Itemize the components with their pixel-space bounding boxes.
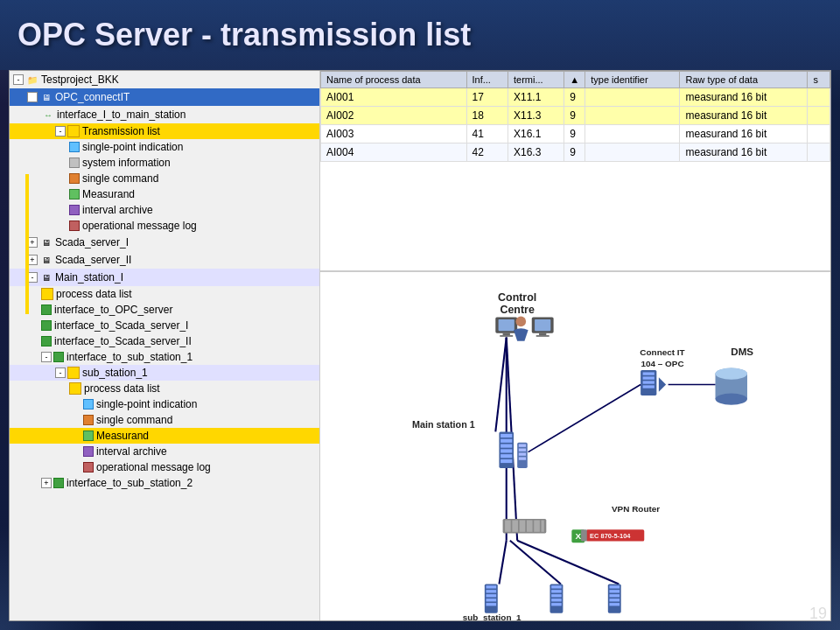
tree-item-iface-sub1[interactable]: - interface_to_sub_station_1 xyxy=(10,349,319,365)
cell-s xyxy=(808,88,830,107)
monitor-base xyxy=(500,335,513,337)
content-area: - 📁 Testproject_BKK - 🖥 OPC_connectIT ↔ … xyxy=(9,70,831,621)
tree-label-iface-opc: interface_to_OPC_server xyxy=(54,304,172,316)
tree-item-sub-station-1[interactable]: - sub_station_1 xyxy=(10,365,319,381)
tree-item-opc[interactable]: - 🖥 OPC_connectIT xyxy=(10,88,319,106)
dms-bottom xyxy=(716,393,747,404)
monitor2-stand xyxy=(539,333,546,335)
tree-label-op-log: operational message log xyxy=(82,220,197,232)
vpn-port5 xyxy=(534,521,540,532)
tree-item-scada-ii[interactable]: + 🖥 Scada_server_II xyxy=(10,251,319,269)
line-sub1a xyxy=(499,541,506,584)
right-panel: Name of process data Inf... termi... ▲ t… xyxy=(320,71,830,620)
table-row[interactable]: AI004 42 X16.3 9 measurand 16 bit xyxy=(321,144,830,162)
tree-item-single-cmd[interactable]: single command xyxy=(10,171,319,186)
tree-item-trans-list[interactable]: - Transmission list xyxy=(10,123,319,139)
scada-i-icon: 🖥 xyxy=(39,235,53,249)
server-slot2 xyxy=(643,376,654,379)
tree-item-interval-arch2[interactable]: interval archive xyxy=(10,444,319,459)
tree-item-interface-i[interactable]: ↔ interface_I_to_main_station xyxy=(10,106,319,123)
sub2-slot1 xyxy=(551,585,562,588)
expand-iface-sub1[interactable]: - xyxy=(41,352,52,362)
iface-scada-i-icon xyxy=(41,320,52,331)
sub-station-icon xyxy=(67,367,80,379)
main-slot6 xyxy=(500,459,512,463)
expand-testproject[interactable]: - xyxy=(13,74,24,85)
line-sub1b xyxy=(510,541,561,584)
cell-col3: 9 xyxy=(564,125,585,144)
line-1 xyxy=(495,338,506,432)
iface-sub2-icon xyxy=(53,478,64,488)
cell-inf: 41 xyxy=(466,125,508,144)
cell-term: X16.3 xyxy=(508,144,564,162)
tree-item-single-point[interactable]: single-point indication xyxy=(10,139,319,155)
tree-label-single-cmd: single command xyxy=(82,172,158,185)
small-slot2 xyxy=(519,448,526,451)
main-slot4 xyxy=(500,449,512,452)
vpn-port1 xyxy=(505,521,511,532)
expand-iface-sub2[interactable]: + xyxy=(41,478,52,488)
expand-opc[interactable]: - xyxy=(27,92,38,102)
x-text: X xyxy=(575,531,581,541)
cell-raw: measurand 16 bit xyxy=(680,88,808,107)
tree-item-scada-i[interactable]: + 🖥 Scada_server_I xyxy=(10,234,319,251)
vpn-port6 xyxy=(542,521,544,532)
tree-item-main-station[interactable]: - 🖥 Main_station_I xyxy=(10,269,319,286)
cell-name: AI004 xyxy=(321,144,467,162)
tree-item-system-info[interactable]: system information xyxy=(10,155,319,171)
cell-col3: 9 xyxy=(564,107,585,125)
cell-name: AI003 xyxy=(321,125,467,144)
tree-item-single-point2[interactable]: single-point indication xyxy=(10,396,319,412)
tree-item-proc-list2[interactable]: process data list xyxy=(10,381,319,396)
table-row[interactable]: AI002 18 X11.3 9 measurand 16 bit xyxy=(321,107,830,125)
monitor-stand xyxy=(503,333,510,335)
main-slot3 xyxy=(500,444,512,448)
tree-item-proc-list[interactable]: process data list xyxy=(10,286,319,302)
tree-item-iface-scada-i[interactable]: interface_to_Scada_server_I xyxy=(10,318,319,333)
tree-label-single-point2: single-point indication xyxy=(96,398,197,410)
tree-panel[interactable]: - 📁 Testproject_BKK - 🖥 OPC_connectIT ↔ … xyxy=(10,71,320,620)
sub2-slot3 xyxy=(551,594,562,597)
table-row[interactable]: AI001 17 X11.1 9 measurand 16 bit xyxy=(321,88,830,107)
tree-item-measurand[interactable]: Measurand xyxy=(10,186,319,202)
tree-item-op-log2[interactable]: operational message log xyxy=(10,459,319,475)
tree-item-testproject[interactable]: - 📁 Testproject_BKK xyxy=(10,71,319,88)
tree-item-measurand2[interactable]: Measurand xyxy=(10,428,319,444)
tree-item-iface-scada-ii[interactable]: interface_to_Scada_server_II xyxy=(10,333,319,349)
log2-icon xyxy=(83,462,94,472)
cell-raw: measurand 16 bit xyxy=(680,125,808,144)
control-centre-label2: Centre xyxy=(500,304,534,316)
person-body xyxy=(514,328,528,341)
col-header-sort[interactable]: ▲ xyxy=(564,72,585,88)
tree-label-measurand2: Measurand xyxy=(96,430,149,442)
tree-label-iface-scada-i: interface_to_Scada_server_I xyxy=(54,319,188,332)
measure-icon xyxy=(69,189,80,200)
col-header-name: Name of process data xyxy=(321,72,467,88)
monitor2-base xyxy=(536,335,550,337)
tree-item-op-log[interactable]: operational message log xyxy=(10,218,319,234)
tree-item-single-cmd2[interactable]: single command xyxy=(10,412,319,428)
sub1-slot4 xyxy=(486,598,497,601)
vpn-port4 xyxy=(527,521,533,532)
tree-item-interval-archive[interactable]: interval archive xyxy=(10,202,319,218)
tree-label-interface-i: interface_I_to_main_station xyxy=(57,108,186,121)
table-row[interactable]: AI003 41 X16.1 9 measurand 16 bit xyxy=(321,125,830,144)
tree-item-iface-opc[interactable]: interface_to_OPC_server xyxy=(10,302,319,318)
tree-label-iface-sub2: interface_to_sub_station_2 xyxy=(66,477,192,489)
folder-icon: 📁 xyxy=(25,73,39,87)
expand-trans-list[interactable]: - xyxy=(55,126,66,136)
cmd-icon xyxy=(69,173,80,184)
vpn-port2 xyxy=(512,521,518,532)
small-slot1 xyxy=(519,444,526,447)
connect-it-label2: 104 – OPC xyxy=(640,359,683,368)
tree-label-testproject: Testproject_BKK xyxy=(41,74,119,86)
tree-label-iface-scada-ii: interface_to_Scada_server_II xyxy=(54,335,192,347)
cell-raw: measurand 16 bit xyxy=(680,144,808,162)
cell-term: X11.1 xyxy=(508,88,564,107)
control-centre-label: Control xyxy=(498,291,536,304)
tree-label-opc: OPC_connectIT xyxy=(55,91,130,103)
person-head xyxy=(516,317,527,327)
expand-sub-station-1[interactable]: - xyxy=(55,368,66,378)
tree-item-iface-sub2[interactable]: + interface_to_sub_station_2 xyxy=(10,475,319,491)
tree-label-main-station: Main_station_I xyxy=(55,271,123,284)
